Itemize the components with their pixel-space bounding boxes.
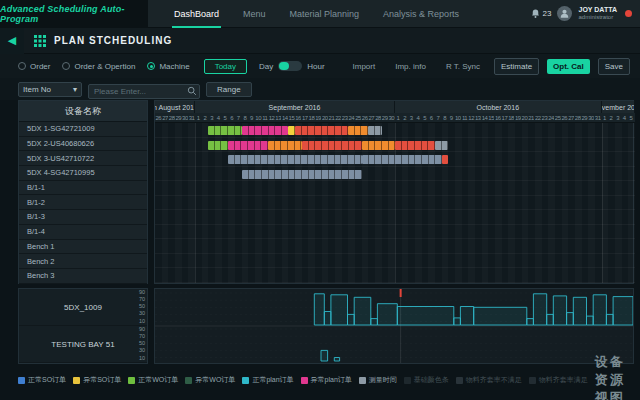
device-row[interactable]: B/1-3: [19, 210, 147, 225]
nav-item-dashboard[interactable]: DashBoard: [162, 0, 231, 28]
day-label: 16: [494, 113, 501, 123]
day-label: Day: [259, 62, 273, 71]
device-row[interactable]: B/1-1: [19, 181, 147, 196]
gantt-column: [182, 123, 189, 283]
gantt-column: [462, 123, 469, 283]
gantt-bar-gray[interactable]: [435, 141, 448, 150]
gantt-bar-magenta[interactable]: [228, 141, 268, 150]
search-wrap: [88, 80, 200, 99]
gantt-bar-slate[interactable]: [362, 155, 442, 164]
action-imp-info[interactable]: Imp. info: [389, 59, 432, 74]
day-label: 18: [508, 113, 515, 123]
grid-menu-icon[interactable]: [34, 35, 46, 47]
gantt-bar-slate[interactable]: [228, 155, 361, 164]
gantt-column: [508, 123, 515, 283]
gantt-bar-red[interactable]: [442, 155, 449, 164]
day-label: 9: [248, 113, 255, 123]
gantt-bar-orange[interactable]: [268, 141, 301, 150]
nav-item-analysis-reports[interactable]: Analysis & Reports: [371, 0, 471, 28]
day-label: 19: [514, 113, 521, 123]
gantt-rowline: [155, 151, 635, 152]
day-label: 28: [375, 113, 382, 123]
gantt-column: [162, 123, 169, 283]
gantt-bar-red[interactable]: [302, 141, 362, 150]
user-name: JOY DATTA: [578, 6, 617, 14]
gantt-rowline: [155, 195, 635, 196]
action-estimate[interactable]: Estimate: [494, 58, 539, 75]
gantt-bar-magenta[interactable]: [242, 126, 289, 135]
gantt-bar-green[interactable]: [208, 141, 228, 150]
machine-block[interactable]: TESTING BAY 519070503010: [19, 326, 147, 363]
legend-item: 异常SO订单: [73, 375, 121, 385]
gantt-bar-red[interactable]: [295, 126, 348, 135]
radio-order-opertion[interactable]: Order & Opertion: [62, 62, 135, 71]
gantt-column: [475, 123, 482, 283]
device-row[interactable]: 5DX 1-SG42721009: [19, 122, 147, 137]
action-r-t-sync[interactable]: R T. Sync: [440, 59, 486, 74]
item-no-select[interactable]: Item No ▾: [18, 82, 82, 97]
day-hour-toggle[interactable]: [278, 61, 302, 71]
gantt-column: [468, 123, 475, 283]
today-button[interactable]: Today: [204, 59, 247, 74]
device-row[interactable]: B/1-2: [19, 195, 147, 210]
day-label: 29: [581, 113, 588, 123]
gantt-bar-slate[interactable]: [242, 170, 362, 179]
search-icon[interactable]: [187, 82, 197, 100]
scale-tick: 10: [139, 356, 145, 362]
search-input[interactable]: [88, 84, 200, 99]
gantt-column: [608, 123, 615, 283]
device-row[interactable]: Bench 3: [19, 269, 147, 284]
radio-order[interactable]: Order: [18, 62, 50, 71]
gantt-rowline: [155, 282, 635, 283]
day-label: 24: [348, 113, 355, 123]
action-import[interactable]: Import: [347, 59, 382, 74]
user-info[interactable]: JOY DATTA administrator: [578, 6, 617, 20]
month-label: October 2016: [395, 101, 602, 113]
nav-item-material-planning[interactable]: Material Planning: [278, 0, 372, 28]
action-opt-cal[interactable]: Opt. Cal: [547, 59, 590, 74]
legend-item: 测量时间: [359, 375, 397, 385]
gantt-column: [562, 123, 569, 283]
month-label: November 2016: [602, 101, 635, 113]
nav-item-menu[interactable]: Menu: [231, 0, 278, 28]
legend-item: 物料齐套率不满足: [456, 375, 522, 385]
back-button[interactable]: ◀: [0, 28, 24, 54]
device-row[interactable]: B/1-4: [19, 225, 147, 240]
device-row[interactable]: Bench 2: [19, 254, 147, 269]
gantt-column: [622, 123, 629, 283]
gantt-rowline: [155, 180, 635, 181]
legend-swatch-icon: [128, 377, 135, 384]
gantt-bar-yellow[interactable]: [288, 126, 295, 135]
gantt-bar-orange[interactable]: [362, 141, 395, 150]
gantt-column: [588, 123, 595, 283]
radio-machine[interactable]: Machine: [147, 62, 189, 71]
device-row[interactable]: 5DX 3-US42710722: [19, 151, 147, 166]
legend-swatch-icon: [359, 377, 366, 384]
day-label: 24: [548, 113, 555, 123]
gantt-bar-green[interactable]: [208, 126, 241, 135]
gantt-column: [495, 123, 502, 283]
avatar[interactable]: [557, 6, 572, 21]
gantt-column: [168, 123, 175, 283]
scale-tick: 70: [139, 297, 145, 303]
notification-bell[interactable]: 23: [530, 8, 552, 19]
device-row[interactable]: Bench 1: [19, 240, 147, 255]
machine-block[interactable]: 5DX_10099070503010: [19, 289, 147, 326]
action-save[interactable]: Save: [598, 58, 630, 75]
device-row[interactable]: 5DX 4-SG42710995: [19, 166, 147, 181]
day-label: 8: [441, 113, 448, 123]
gantt-column: [188, 123, 195, 283]
radio-label: Order: [30, 62, 50, 71]
day-label: 7: [235, 113, 242, 123]
gantt-bar-red[interactable]: [395, 141, 435, 150]
day-label: 28: [574, 113, 581, 123]
legend-bar: 正常SO订单异常SO订单正常WO订单异常WO订单正常plan订单异常plan订单…: [18, 370, 634, 390]
radio-label: Machine: [159, 62, 189, 71]
main-nav: DashBoardMenuMaterial PlanningAnalysis &…: [162, 0, 471, 28]
gantt-bar-orange[interactable]: [348, 126, 368, 135]
range-button[interactable]: Range: [206, 82, 252, 97]
gantt-column: [615, 123, 622, 283]
gantt-column: [535, 123, 542, 283]
device-row[interactable]: 5DX 2-US40680626: [19, 137, 147, 152]
gantt-bar-gray[interactable]: [368, 126, 381, 135]
